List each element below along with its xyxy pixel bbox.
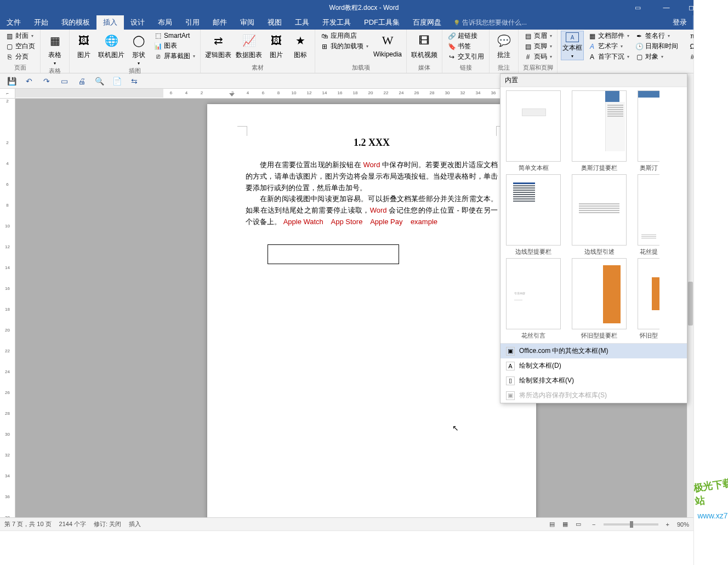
qat-btn-7[interactable]: 📄: [112, 76, 122, 86]
gallery-item-label: 花丝提: [640, 248, 658, 256]
tab-review[interactable]: 审阅: [234, 15, 261, 30]
page-break-button[interactable]: ⎘分页: [3, 52, 37, 62]
status-mode[interactable]: 插入: [129, 520, 141, 528]
signature-line-button[interactable]: ✒签名行: [633, 31, 680, 41]
material-picture-button[interactable]: 🖼图片: [265, 31, 287, 61]
header-label: 页眉: [534, 31, 547, 41]
tab-insert[interactable]: 插入: [96, 15, 124, 30]
gallery-item-filigree-quote[interactable]: 引言内容——— 花丝引言: [506, 258, 561, 340]
tab-developer[interactable]: 开发工具: [316, 15, 357, 30]
zoom-out-button[interactable]: −: [592, 521, 595, 528]
tab-home[interactable]: 开始: [27, 15, 55, 30]
undo-button[interactable]: ↶: [24, 76, 34, 86]
table-button[interactable]: ▦表格▾: [44, 31, 66, 67]
inserted-textbox[interactable]: [268, 244, 399, 264]
tab-mailings[interactable]: 邮件: [206, 15, 234, 30]
ribbon-tabs: 文件 开始 我的模板 插入 设计 布局 引用 邮件 审阅 视图 工具 开发工具 …: [0, 15, 728, 30]
datetime-button[interactable]: 🕒日期和时间: [633, 41, 680, 52]
menu-save-selection: ▣将所选内容保存到文本框库(S): [501, 388, 687, 403]
ruler-corner-tab-selector[interactable]: ⌐: [0, 89, 15, 99]
header-button[interactable]: ▤页眉: [522, 31, 554, 41]
data-chart-button[interactable]: 📈数据图表: [235, 31, 263, 61]
redo-button[interactable]: ↷: [42, 76, 52, 86]
office-icon: ▣: [506, 347, 515, 356]
qat-btn-5[interactable]: 🖨: [77, 76, 87, 86]
tab-references[interactable]: 引用: [179, 15, 206, 30]
picture-button[interactable]: 🖼图片: [73, 31, 95, 61]
shapes-label: 形状: [132, 50, 145, 60]
comment-button[interactable]: 💬批注: [493, 31, 515, 61]
status-page[interactable]: 第 7 页，共 10 页: [4, 520, 52, 528]
tab-design[interactable]: 设计: [124, 15, 151, 30]
minimize-button[interactable]: —: [654, 0, 679, 15]
zoom-slider[interactable]: [604, 523, 658, 526]
smartart-button[interactable]: ⬚SmartArt: [152, 31, 197, 41]
data-chart-label: 数据图表: [236, 50, 262, 60]
blank-page-button[interactable]: ▢空白页: [3, 41, 37, 52]
view-read-button[interactable]: ▤: [546, 520, 558, 529]
scrollbar-thumb[interactable]: [688, 282, 693, 326]
shapes-button[interactable]: ◯形状▾: [128, 31, 150, 67]
menu-label: 绘制文本框(D): [519, 361, 561, 370]
online-picture-button[interactable]: 🌐联机图片: [97, 31, 126, 61]
hyperlink-button[interactable]: 🔗超链接: [446, 31, 486, 41]
menu-label: 绘制竖排文本框(V): [519, 376, 574, 385]
tell-me-input[interactable]: 告诉我您想要做什么...: [448, 15, 532, 30]
bookmark-button[interactable]: 🔖书签: [446, 41, 486, 52]
logic-chart-button[interactable]: ⇄逻辑图表: [204, 31, 232, 61]
zoom-in-button[interactable]: +: [666, 521, 669, 528]
gallery-item-retro-sidebar[interactable]: 怀旧型提要栏: [572, 258, 627, 340]
sign-in-button[interactable]: 登录: [667, 15, 692, 30]
view-web-button[interactable]: ▭: [572, 520, 584, 529]
qat-btn-4[interactable]: ▭: [59, 76, 69, 86]
tab-pdf[interactable]: PDF工具集: [357, 15, 406, 30]
gallery-item-filigree[interactable]: 花丝提: [638, 174, 659, 256]
cover-page-button[interactable]: ▥封面: [3, 31, 37, 41]
save-button[interactable]: 💾: [7, 76, 16, 86]
chart-button[interactable]: 📊图表: [152, 41, 197, 51]
group-label-links: 链接: [446, 64, 486, 73]
menu-draw-vertical-textbox[interactable]: ▯绘制竖排文本框(V): [501, 373, 687, 388]
wikipedia-button[interactable]: WWikipedia: [372, 31, 403, 59]
page-break-icon: ⎘: [5, 53, 14, 61]
crossref-label: 交叉引用: [458, 52, 484, 61]
tab-layout[interactable]: 布局: [151, 15, 179, 30]
screenshot-button[interactable]: ⎚屏幕截图: [152, 51, 197, 61]
quickparts-button[interactable]: ▦文档部件: [586, 31, 631, 41]
tab-view[interactable]: 视图: [261, 15, 288, 30]
menu-office-com-textboxes[interactable]: ▣Office.com 中的其他文本框(M): [501, 344, 687, 358]
tab-tools[interactable]: 工具: [288, 15, 316, 30]
page-number-button[interactable]: #页码: [522, 52, 554, 62]
ribbon-display-options-icon[interactable]: ▭: [629, 0, 646, 15]
zoom-level[interactable]: 90%: [677, 521, 689, 528]
my-addins-button[interactable]: ⊞我的加载项: [318, 41, 370, 52]
gallery-item-austin-sidebar[interactable]: 奥斯汀提要栏: [572, 90, 627, 172]
menu-draw-textbox[interactable]: A绘制文本框(D): [501, 358, 687, 373]
qat-btn-8[interactable]: ⇆: [129, 76, 139, 86]
bottom-margin: [0, 530, 728, 565]
status-words[interactable]: 2144 个字: [59, 520, 87, 528]
status-track[interactable]: 修订: 关闭: [94, 520, 121, 528]
tab-baidu[interactable]: 百度网盘: [406, 15, 448, 30]
dropcap-button[interactable]: A首字下沉: [586, 52, 631, 62]
gallery-item-retro[interactable]: 怀旧型: [638, 258, 659, 340]
indent-marker-icon[interactable]: [229, 93, 235, 96]
qat-btn-6[interactable]: 🔍: [94, 76, 104, 86]
store-button[interactable]: 🛍应用商店: [318, 31, 370, 41]
tab-mytemplates[interactable]: 我的模板: [55, 15, 96, 30]
vertical-scrollbar[interactable]: [687, 73, 693, 517]
online-video-button[interactable]: 🎞联机视频: [410, 31, 439, 61]
object-button[interactable]: ▢对象: [633, 52, 680, 62]
gallery-item-simple-textbox[interactable]: 简单文本框: [506, 90, 561, 172]
footer-button[interactable]: ▤页脚: [522, 41, 554, 52]
icons-button[interactable]: ★图标: [289, 31, 311, 61]
gallery-item-austin[interactable]: 奥斯汀: [638, 90, 659, 172]
tab-file[interactable]: 文件: [0, 15, 27, 30]
crossref-button[interactable]: ↪交叉引用: [446, 52, 486, 62]
gallery-item-border-quote[interactable]: 边线型引述: [572, 174, 627, 256]
textbox-button[interactable]: A文本框▾: [561, 31, 584, 60]
gallery-item-border-sidebar[interactable]: 边线型提要栏: [506, 174, 561, 256]
object-icon: ▢: [635, 53, 644, 61]
view-print-button[interactable]: ▦: [559, 520, 571, 529]
wordart-button[interactable]: A艺术字: [586, 41, 631, 52]
